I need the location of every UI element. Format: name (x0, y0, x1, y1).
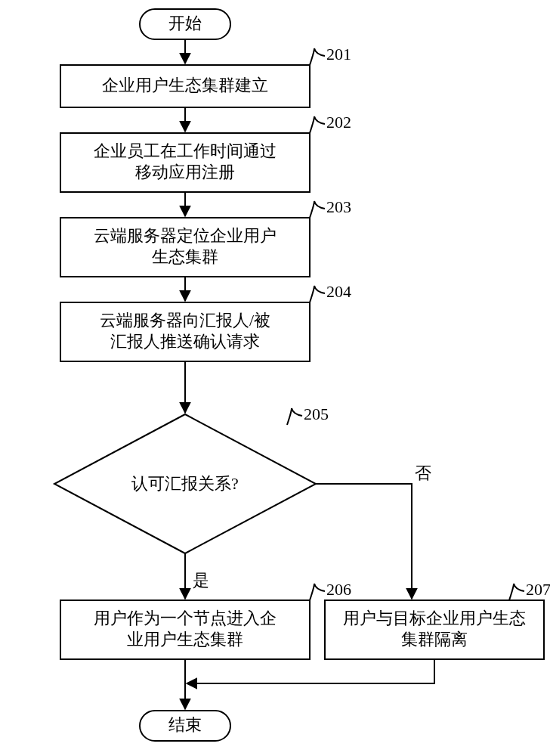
callout-202 (310, 116, 325, 133)
step-202-num: 202 (326, 113, 351, 132)
step-204: 云端服务器向汇报人/被 汇报人推送确认请求 (60, 302, 310, 361)
callout-206 (310, 584, 325, 600)
callout-204 (310, 286, 325, 302)
step-203-num: 203 (326, 197, 351, 216)
callout-205 (287, 408, 302, 425)
no-label: 否 (415, 463, 431, 482)
step-202-text-1: 移动应用注册 (135, 163, 235, 181)
step-207: 用户与目标企业用户生态 集群隔离 (325, 600, 544, 659)
step-201-text-0: 企业用户生态集群建立 (102, 76, 268, 94)
step-207-text-0: 用户与目标企业用户生态 (343, 609, 526, 627)
step-203: 云端服务器定位企业用户 生态集群 (60, 218, 310, 277)
step-206-num: 206 (326, 580, 351, 599)
step-206-text-1: 业用户生态集群 (127, 630, 243, 649)
step-203-text-0: 云端服务器定位企业用户 (94, 226, 277, 245)
step-206: 用户作为一个节点进入企 业用户生态集群 (60, 600, 310, 659)
arrow-207-merge (187, 659, 434, 683)
step-202-text-0: 企业员工在工作时间通过 (94, 141, 277, 160)
start-label: 开始 (168, 14, 202, 33)
step-203-text-1: 生态集群 (152, 247, 218, 266)
step-202: 企业员工在工作时间通过 移动应用注册 (60, 133, 310, 192)
step-204-text-0: 云端服务器向汇报人/被 (100, 311, 270, 330)
decision-205-text-0: 认可汇报关系? (131, 474, 239, 493)
step-207-num: 207 (526, 580, 550, 599)
decision-205-num: 205 (304, 404, 329, 423)
step-204-num: 204 (326, 282, 351, 301)
callout-201 (310, 48, 325, 65)
step-201: 企业用户生态集群建立 (60, 65, 310, 107)
callout-207 (509, 584, 524, 600)
yes-label: 是 (193, 571, 209, 590)
step-207-text-1: 集群隔离 (401, 630, 468, 649)
end-label: 结束 (168, 715, 202, 734)
step-204-text-1: 汇报人推送确认请求 (110, 332, 260, 351)
decision-205: 认可汇报关系? (54, 414, 316, 553)
start-terminator: 开始 (140, 9, 230, 39)
end-terminator: 结束 (140, 711, 230, 741)
step-206-text-0: 用户作为一个节点进入企 (94, 609, 277, 627)
callout-203 (310, 201, 325, 218)
step-201-num: 201 (326, 45, 351, 64)
